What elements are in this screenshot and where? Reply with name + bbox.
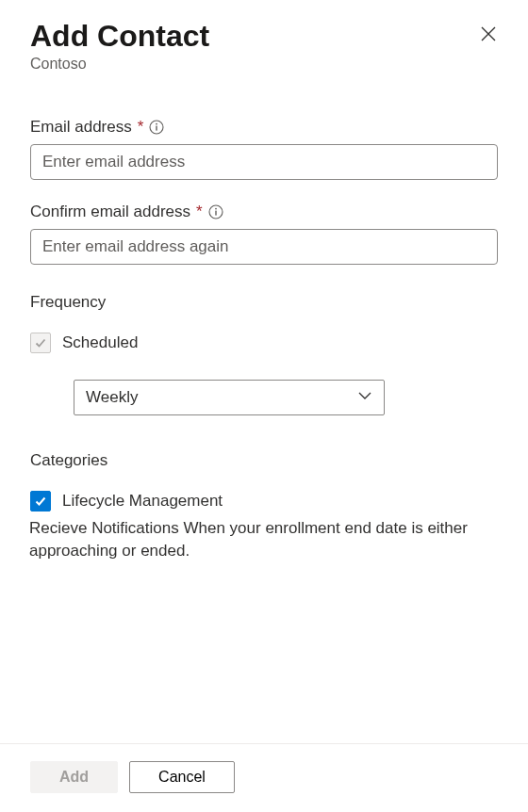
scheduled-checkbox-row: Scheduled [30,333,498,353]
page-title: Add Contact [30,19,498,54]
frequency-select-value: Weekly [86,388,138,407]
confirm-email-field-group: Confirm email address * [30,203,498,265]
frequency-select[interactable]: Weekly [74,380,385,415]
chevron-down-icon [357,388,372,408]
checkmark-icon [34,495,47,508]
svg-rect-5 [215,211,216,216]
categories-section-label: Categories [30,451,498,470]
lifecycle-checkbox-row: Lifecycle Management [30,491,498,512]
confirm-email-label: Confirm email address [30,203,190,221]
panel-header: Add Contact Contoso [30,19,498,73]
email-field-group: Email address * [30,118,498,180]
checkmark-icon [34,336,47,349]
close-icon [480,25,497,46]
add-button[interactable]: Add [30,761,118,793]
lifecycle-description: Recieve Notifications When your enrollme… [29,517,498,562]
info-icon[interactable] [149,120,164,135]
info-icon[interactable] [208,204,223,219]
scheduled-label: Scheduled [62,333,138,352]
lifecycle-label: Lifecycle Management [62,492,223,511]
email-input[interactable] [30,144,498,180]
required-asterisk: * [138,118,144,137]
scheduled-checkbox[interactable] [30,333,51,353]
lifecycle-checkbox[interactable] [30,491,51,512]
required-asterisk: * [196,203,203,221]
page-subtitle: Contoso [30,56,498,73]
email-label: Email address [30,118,132,137]
close-button[interactable] [477,24,500,47]
svg-rect-2 [157,126,157,131]
confirm-email-input[interactable] [30,229,498,265]
svg-point-4 [215,208,217,210]
cancel-button[interactable]: Cancel [129,761,235,793]
frequency-section-label: Frequency [30,293,498,312]
panel-footer: Add Cancel [0,743,528,812]
svg-point-1 [156,123,157,125]
